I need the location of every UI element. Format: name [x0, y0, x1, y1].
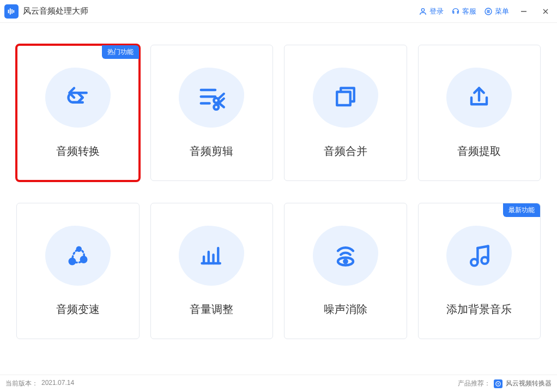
card-label: 音频合并 — [324, 144, 367, 159]
svg-point-16 — [214, 105, 219, 110]
login-label: 登录 — [429, 7, 444, 16]
svg-line-36 — [478, 246, 488, 248]
card-label: 音量调整 — [190, 302, 233, 317]
card-label: 音频转换 — [56, 144, 100, 159]
close-button[interactable] — [538, 4, 553, 19]
svg-rect-1 — [10, 8, 11, 14]
service-button[interactable]: 客服 — [451, 7, 476, 16]
convert-icon — [45, 68, 111, 128]
music-icon — [446, 226, 512, 286]
card-noise-remove[interactable]: 噪声消除 — [284, 203, 407, 339]
app-logo-icon — [4, 4, 19, 19]
cut-icon — [179, 68, 244, 128]
card-add-bgm[interactable]: 最新功能 添加背景音乐 — [418, 203, 541, 339]
svg-rect-0 — [8, 9, 9, 13]
merge-icon — [313, 68, 378, 128]
noise-icon — [313, 226, 378, 286]
card-label: 音频剪辑 — [190, 144, 233, 159]
recommend-icon — [494, 379, 502, 388]
minimize-button[interactable] — [517, 4, 531, 19]
badge-new: 最新功能 — [503, 203, 540, 217]
menu-label: 菜单 — [495, 7, 509, 16]
card-label: 噪声消除 — [324, 302, 367, 317]
recommend-label: 产品推荐： — [458, 379, 491, 388]
card-label: 音频变速 — [56, 302, 100, 317]
titlebar: 风云音频处理大师 登录 客服 菜单 — [0, 0, 557, 23]
svg-rect-3 — [13, 10, 14, 13]
extract-icon — [446, 68, 512, 128]
card-label: 添加背景音乐 — [446, 302, 512, 317]
card-audio-speed[interactable]: 音频变速 — [16, 203, 140, 339]
service-label: 客服 — [462, 7, 476, 16]
card-audio-merge[interactable]: 音频合并 — [284, 45, 407, 181]
login-button[interactable]: 登录 — [419, 7, 444, 16]
card-audio-convert[interactable]: 热门功能 音频转换 — [16, 45, 140, 181]
version-label: 当前版本： — [5, 379, 38, 388]
card-volume-adjust[interactable]: 音量调整 — [150, 203, 274, 339]
svg-rect-2 — [11, 9, 13, 14]
svg-point-4 — [421, 8, 424, 11]
badge-hot: 热门功能 — [102, 45, 139, 59]
svg-rect-20 — [337, 92, 350, 105]
app-title: 风云音频处理大师 — [23, 6, 88, 16]
statusbar: 当前版本： 2021.07.14 产品推荐： 风云视频转换器 — [0, 375, 557, 392]
svg-point-31 — [344, 260, 347, 262]
svg-marker-38 — [498, 383, 499, 384]
speed-icon — [45, 226, 111, 286]
main-grid: 热门功能 音频转换 — [0, 23, 557, 375]
card-audio-extract[interactable]: 音频提取 — [418, 45, 541, 181]
volume-icon — [179, 226, 244, 286]
card-audio-cut[interactable]: 音频剪辑 — [150, 45, 274, 181]
version-value: 2021.07.14 — [41, 379, 74, 388]
titlebar-actions: 登录 客服 菜单 — [419, 4, 553, 19]
menu-button[interactable]: 菜单 — [484, 7, 509, 16]
card-label: 音频提取 — [457, 144, 501, 159]
recommend-value[interactable]: 风云视频转换器 — [506, 379, 552, 388]
